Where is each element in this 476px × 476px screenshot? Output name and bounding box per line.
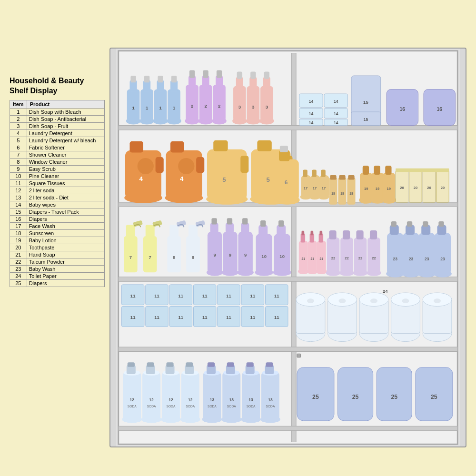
svg-text:12: 12	[188, 397, 193, 402]
legend-item-number: 21	[10, 251, 27, 258]
svg-text:19: 19	[376, 187, 379, 191]
legend-item-number: 4	[10, 129, 27, 137]
svg-text:16: 16	[436, 107, 442, 112]
col-product: Product	[27, 100, 104, 108]
svg-text:13: 13	[210, 397, 215, 402]
svg-text:3: 3	[238, 104, 241, 109]
svg-text:21: 21	[302, 257, 306, 260]
svg-rect-156	[169, 225, 178, 239]
svg-rect-227	[407, 221, 412, 227]
legend-item-name: Talcum Powder	[27, 258, 104, 265]
legend-item-name: Diapers	[27, 279, 104, 287]
svg-rect-313	[186, 362, 193, 367]
svg-rect-86	[170, 141, 184, 153]
svg-text:14: 14	[309, 111, 314, 116]
svg-text:8: 8	[173, 255, 175, 260]
legend-row: 11Square Tissues	[10, 179, 105, 187]
svg-text:SODA: SODA	[167, 405, 176, 408]
page-title: Household & BeautyShelf Display	[10, 76, 107, 96]
svg-rect-296	[142, 373, 160, 420]
svg-text:11: 11	[226, 315, 231, 320]
svg-point-81	[138, 158, 154, 174]
svg-rect-205	[329, 230, 336, 239]
page: Household & BeautyShelf Display Item Pro…	[0, 0, 476, 476]
legend-item-number: 22	[10, 258, 27, 265]
legend-row: 21Hand Soap	[10, 251, 105, 258]
svg-rect-7	[119, 426, 458, 431]
legend-item-name: Face Wash	[27, 222, 104, 229]
svg-rect-97	[257, 140, 271, 151]
legend-item-number: 17	[10, 222, 27, 229]
svg-rect-327	[227, 362, 234, 367]
svg-point-87	[178, 158, 194, 174]
svg-rect-54	[260, 86, 273, 121]
legend-row: 4Laundry Detergent	[10, 129, 105, 137]
svg-rect-181	[260, 220, 266, 227]
svg-rect-306	[166, 362, 173, 367]
svg-text:17: 17	[304, 186, 307, 190]
legend-item-number: 10	[10, 172, 27, 179]
svg-rect-320	[208, 362, 215, 367]
svg-text:23: 23	[393, 257, 397, 261]
svg-rect-92	[213, 140, 228, 151]
svg-text:14: 14	[334, 120, 338, 125]
svg-rect-6	[119, 347, 458, 352]
svg-text:23: 23	[425, 257, 429, 261]
svg-rect-334	[247, 362, 254, 367]
svg-rect-317	[203, 373, 221, 420]
svg-text:11: 11	[130, 293, 136, 298]
svg-text:1: 1	[132, 105, 135, 110]
svg-text:1: 1	[146, 105, 149, 110]
svg-rect-111	[312, 170, 317, 177]
svg-rect-16	[144, 76, 149, 82]
svg-text:11: 11	[178, 315, 184, 320]
svg-rect-166	[211, 218, 217, 224]
svg-rect-310	[181, 373, 199, 420]
svg-rect-121	[339, 175, 345, 180]
legend-row: 20Toothpaste	[10, 244, 105, 251]
svg-rect-176	[242, 218, 248, 224]
legend-row: 1Dish Soap with Bleach	[10, 108, 105, 115]
left-panel: Household & BeautyShelf Display Item Pro…	[10, 48, 107, 292]
legend-row: 9Easy Scrub	[10, 165, 105, 172]
svg-text:11: 11	[226, 293, 231, 298]
legend-row: 25Diapers	[10, 279, 105, 287]
svg-rect-289	[123, 373, 141, 420]
legend-item-name: Dish Soap - Fruit	[27, 122, 104, 129]
svg-rect-21	[158, 76, 163, 82]
svg-text:6: 6	[285, 179, 288, 185]
svg-text:18: 18	[340, 192, 344, 195]
svg-text:20: 20	[427, 186, 431, 190]
legend-row: 19Baby Lotion	[10, 237, 105, 244]
svg-text:20: 20	[441, 186, 445, 190]
svg-rect-79	[125, 150, 161, 199]
legend-row: 10Pine Cleaner	[10, 172, 105, 179]
svg-rect-136	[385, 166, 391, 175]
svg-rect-11	[130, 76, 136, 82]
legend-row: 8Window Cleaner	[10, 158, 105, 165]
svg-rect-117	[329, 178, 337, 205]
legend-item-name: Square Tissues	[27, 179, 104, 187]
svg-text:23: 23	[440, 257, 445, 261]
svg-point-275	[338, 298, 346, 303]
legend-item-name: Dish Soap with Bleach	[27, 108, 104, 115]
svg-text:SODA: SODA	[147, 405, 156, 408]
svg-rect-118	[330, 175, 336, 180]
svg-rect-338	[261, 373, 279, 420]
legend-item-number: 12	[10, 187, 27, 194]
svg-text:SODA: SODA	[186, 405, 195, 408]
svg-text:24: 24	[383, 288, 388, 294]
legend-item-name: Window Cleaner	[27, 158, 104, 165]
svg-rect-85	[166, 150, 202, 199]
svg-text:11: 11	[130, 315, 136, 320]
legend-item-name: Toilet Paper	[27, 272, 104, 279]
svg-text:11: 11	[154, 293, 159, 298]
svg-rect-303	[162, 373, 180, 420]
svg-text:16: 16	[400, 107, 406, 112]
svg-point-287	[434, 298, 441, 303]
svg-text:15: 15	[364, 117, 368, 122]
shelf-svg: 1 1 1 1	[110, 49, 466, 446]
svg-rect-237	[438, 221, 444, 227]
legend-item-number: 2	[10, 115, 27, 122]
legend-item-name: Baby Lotion	[27, 237, 104, 244]
